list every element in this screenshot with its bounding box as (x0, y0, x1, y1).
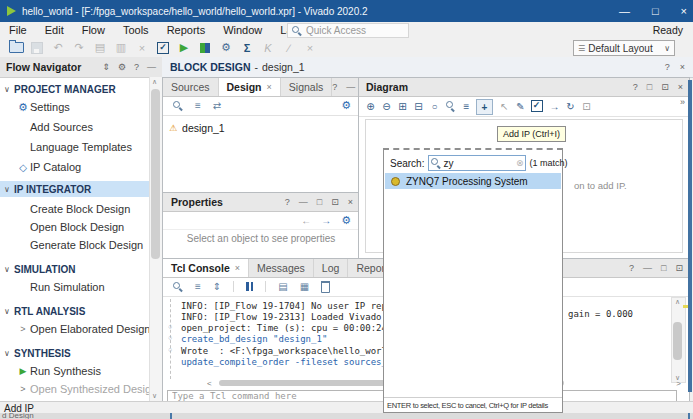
back-arrow-icon[interactable]: ← (301, 215, 311, 226)
tool2-button[interactable]: ∕ (281, 40, 297, 55)
close-panel-icon[interactable]: × (678, 82, 683, 92)
group-icon[interactable]: ⊡ (579, 99, 594, 113)
search-icon[interactable] (173, 282, 183, 292)
help-icon[interactable]: ? (629, 263, 634, 273)
pause-output-button[interactable] (246, 282, 253, 291)
scroll-right-icon[interactable]: > (676, 379, 681, 388)
clear-search-icon[interactable]: ⊗ (516, 158, 524, 168)
help-icon[interactable]: ? (332, 82, 337, 92)
search-result-item[interactable]: ZYNQ7 Processing System (385, 173, 561, 189)
maximize-panel-icon[interactable]: □ (317, 197, 322, 207)
forward-arrow-icon[interactable]: → (321, 215, 331, 226)
overflow-icon[interactable]: » (680, 97, 685, 107)
minimize-panel-icon[interactable]: — (643, 263, 652, 273)
implement-button[interactable] (197, 40, 213, 55)
maximize-panel-icon[interactable]: □ (661, 263, 666, 273)
scroll-down-icon[interactable]: ∨ (152, 392, 157, 400)
menu-tools[interactable]: Tools (114, 24, 158, 36)
float-panel-icon[interactable]: ⊡ (675, 263, 683, 273)
close-panel-icon[interactable]: × (348, 197, 353, 207)
nav-open-block-design[interactable]: Open Block Design (0, 219, 150, 235)
collapse-all-icon[interactable]: ≡ (195, 281, 201, 292)
save-button[interactable] (29, 40, 45, 55)
run-button[interactable]: ▶ (176, 40, 192, 55)
quick-access-search[interactable]: Quick Access (287, 23, 409, 38)
undo-button[interactable]: ↶ (50, 40, 66, 55)
tab-messages[interactable]: Messages (249, 259, 314, 277)
gear-icon[interactable]: ⚙ (341, 214, 351, 227)
scroll-up-icon[interactable]: ∧ (675, 298, 680, 306)
tab-tcl-console[interactable]: Tcl Console × (163, 259, 249, 277)
menu-file[interactable]: File (0, 24, 36, 36)
zoom-out-icon[interactable]: ⊖ (379, 99, 394, 113)
expand-all-icon[interactable]: ⇄ (213, 100, 221, 111)
tab-signals[interactable]: Signals (281, 78, 332, 96)
close-tab-icon[interactable]: × (267, 82, 272, 92)
close-button[interactable]: × (681, 5, 687, 17)
tab-design[interactable]: Design × (219, 78, 281, 96)
nav-settings[interactable]: ⚙ Settings (0, 99, 150, 115)
maximize-panel-icon[interactable]: □ (647, 82, 652, 92)
nav-open-synthesized-design[interactable]: > Open Synthesized Design (0, 381, 150, 397)
minimize-panel-icon[interactable]: — (147, 62, 156, 72)
scroll-left-icon[interactable]: < (207, 379, 212, 388)
nav-ip-catalog[interactable]: ◇ IP Catalog (0, 159, 150, 175)
design-tree-item[interactable]: ⚠ design_1 (169, 122, 225, 134)
nav-add-sources[interactable]: Add Sources (0, 119, 150, 135)
layout-selector[interactable]: ☰ Default Layout ∨ (573, 40, 675, 56)
collapse-all-icon[interactable]: ⇕ (102, 62, 110, 72)
nav-generate-block-design[interactable]: Generate Block Design (0, 237, 150, 253)
validate-button[interactable]: ✓ (155, 40, 171, 55)
nav-run-simulation[interactable]: Run Simulation (0, 279, 150, 295)
maximize-button[interactable]: □ (652, 5, 659, 17)
section-simulation[interactable]: ∨ SIMULATION (0, 261, 150, 277)
search-icon[interactable] (173, 101, 183, 111)
nav-run-synthesis[interactable]: ▶ Run Synthesis (0, 363, 150, 379)
tool1-button[interactable]: K (260, 40, 276, 55)
customize-icon[interactable]: ✎ (513, 99, 528, 113)
section-rtl-analysis[interactable]: ∨ RTL ANALYSIS (0, 303, 150, 319)
tab-log[interactable]: Log (314, 259, 349, 277)
run-connection-icon[interactable]: → (547, 99, 562, 113)
console-vertical-scrollbar[interactable]: ∧ ∨ (671, 297, 686, 383)
delete-button[interactable]: × (134, 40, 150, 55)
section-ip-integrator[interactable]: ∨ IP INTEGRATOR (0, 181, 150, 197)
regenerate-layout-icon[interactable]: ↻ (563, 99, 578, 113)
menu-window[interactable]: Window (214, 24, 271, 36)
scrollbar-thumb[interactable] (673, 322, 682, 360)
search-icon[interactable] (443, 99, 458, 113)
minimize-panel-icon[interactable]: — (346, 82, 355, 92)
float-panel-icon[interactable]: ⊡ (331, 197, 339, 207)
settings-button[interactable]: ⚙ (218, 40, 234, 55)
help-icon[interactable]: ? (633, 82, 638, 92)
fit-selection-icon[interactable]: ⊟ (411, 99, 426, 113)
help-icon[interactable]: ? (285, 197, 290, 207)
sidebar-scrollbar[interactable]: ∧ ∨ (149, 77, 162, 401)
help-icon[interactable]: ? (134, 62, 139, 72)
menu-reports[interactable]: Reports (158, 24, 215, 36)
menu-flow[interactable]: Flow (73, 24, 114, 36)
scrollbar-thumb[interactable] (151, 89, 160, 259)
float-panel-icon[interactable]: ⊡ (661, 82, 669, 92)
minimize-panel-icon[interactable]: — (299, 197, 308, 207)
gear-icon[interactable]: ⚙ (118, 62, 126, 72)
zoom-in-icon[interactable]: ⊕ (363, 99, 378, 113)
minimize-button[interactable]: — (619, 5, 630, 17)
zoom-fit-icon[interactable]: ⊞ (395, 99, 410, 113)
add-ip-button[interactable]: + (476, 99, 493, 115)
close-icon[interactable]: × (680, 62, 685, 72)
ip-search-box[interactable]: ⊗ (428, 155, 526, 171)
section-synthesis[interactable]: ∨ SYNTHESIS (0, 345, 150, 361)
collapse-icon[interactable]: ≡ (459, 99, 474, 113)
nav-create-block-design[interactable]: Create Block Design (0, 201, 150, 217)
tool3-button[interactable]: × (302, 40, 318, 55)
paste-button[interactable]: ▥ (113, 40, 129, 55)
report-grid-icon[interactable]: ▦ (300, 281, 309, 292)
tab-sources[interactable]: Sources (163, 78, 219, 96)
nav-language-templates[interactable]: Language Templates (0, 139, 150, 155)
collapse-all-icon[interactable]: ≡ (195, 100, 201, 111)
autofit-icon[interactable]: ○ (427, 99, 442, 113)
validate-design-button[interactable]: ✓ (529, 99, 544, 113)
cursor-icon[interactable]: ↖ (497, 99, 512, 113)
sum-report-button[interactable]: Σ (239, 40, 255, 55)
